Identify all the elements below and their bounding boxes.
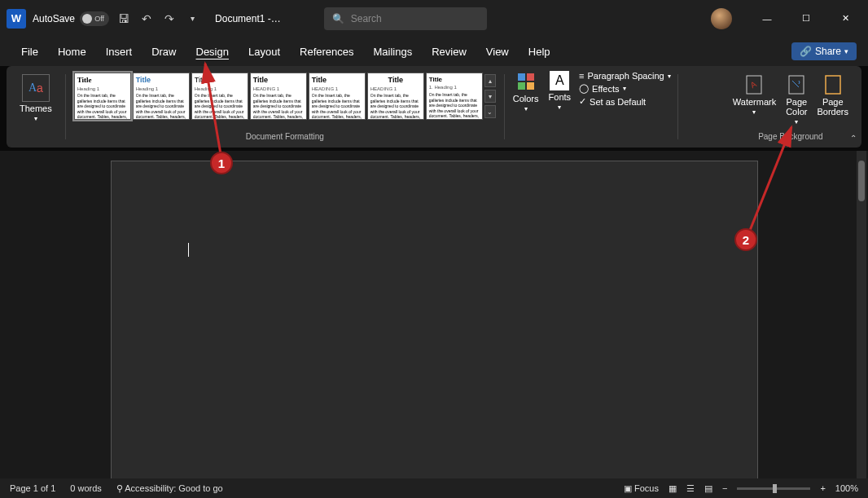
scroll-down-icon[interactable]: ▾: [484, 90, 496, 103]
themes-button[interactable]: Aa Themes ▾: [15, 73, 57, 124]
tab-references[interactable]: References: [290, 41, 363, 63]
page-color-icon: [786, 74, 807, 95]
svg-rect-0: [518, 73, 525, 81]
tab-home[interactable]: Home: [48, 41, 96, 63]
watermark-icon: A: [743, 74, 765, 95]
gallery-expand[interactable]: ▴▾⌄: [484, 73, 496, 120]
svg-rect-3: [527, 82, 534, 90]
toggle-switch[interactable]: Off: [80, 11, 109, 26]
search-input[interactable]: 🔍 Search: [324, 7, 487, 30]
zoom-slider[interactable]: [737, 487, 810, 490]
group-label: Page Background: [758, 132, 823, 141]
accessibility-icon: ⚲: [116, 483, 123, 493]
text-cursor: [188, 243, 189, 257]
tab-help[interactable]: Help: [519, 41, 560, 63]
style-thumb[interactable]: Title1. Heading 1On the Insert tab, the …: [426, 73, 483, 120]
vertical-scrollbar[interactable]: [857, 151, 866, 478]
effects-icon: ◯: [579, 83, 589, 94]
share-icon: 🔗: [800, 46, 812, 57]
focus-mode-button[interactable]: ▣ Focus: [624, 483, 659, 494]
share-button[interactable]: 🔗 Share ▾: [791, 42, 857, 60]
word-count[interactable]: 0 words: [70, 483, 102, 493]
status-bar: Page 1 of 1 0 words ⚲ Accessibility: Goo…: [0, 478, 868, 498]
page-color-button[interactable]: Page Color▾: [781, 73, 812, 127]
redo-icon[interactable]: ↷: [161, 11, 178, 27]
formatting-buttons: Colors▾ A Fonts▾ ≡Paragraph Spacing▾ ◯Ef…: [508, 69, 674, 144]
style-thumb[interactable]: TitleHEADING 1On the Insert tab, the gal…: [250, 73, 307, 120]
page-background-group: A Watermark▾ Page Color▾ Page Borders Pa…: [723, 69, 858, 144]
ribbon: Aa Themes ▾ TitleHeading 1On the Insert …: [7, 66, 861, 148]
style-thumb[interactable]: TitleHEADING 1On the Insert tab, the gal…: [309, 73, 366, 120]
divider: [677, 74, 678, 139]
view-web-icon[interactable]: ▤: [704, 483, 712, 494]
save-icon[interactable]: 🖫: [116, 11, 132, 27]
autosave-label: AutoSave: [33, 13, 75, 24]
tab-layout[interactable]: Layout: [239, 41, 290, 63]
search-placeholder: Search: [351, 13, 382, 24]
user-avatar[interactable]: [711, 8, 732, 29]
scrollbar-thumb[interactable]: [858, 161, 865, 201]
watermark-button[interactable]: A Watermark▾: [728, 73, 781, 127]
group-label: Document Formatting: [246, 132, 324, 141]
themes-group: Aa Themes ▾: [10, 69, 62, 144]
scroll-up-icon[interactable]: ▴: [484, 74, 496, 87]
style-thumb[interactable]: TitleHeading 1On the Insert tab, the gal…: [191, 73, 248, 120]
tab-file[interactable]: File: [11, 41, 48, 63]
minimize-button[interactable]: —: [751, 7, 783, 31]
paragraph-spacing-button[interactable]: ≡Paragraph Spacing▾: [579, 71, 671, 81]
set-default-button[interactable]: ✓Set as Default: [579, 96, 671, 107]
style-gallery[interactable]: TitleHeading 1On the Insert tab, the gal…: [74, 73, 483, 120]
svg-rect-7: [826, 76, 840, 94]
title-bar: W AutoSave Off 🖫 ↶ ↷ ▾ Document1 -… 🔍 Se…: [0, 0, 868, 37]
undo-icon[interactable]: ↶: [138, 11, 155, 27]
expand-icon[interactable]: ⌄: [484, 105, 496, 118]
chevron-down-icon: ▾: [844, 47, 848, 55]
effects-button[interactable]: ◯Effects▾: [579, 83, 671, 94]
divider: [65, 74, 66, 139]
page-borders-button[interactable]: Page Borders: [812, 73, 853, 127]
ribbon-tabs: File Home Insert Draw Design Layout Refe…: [0, 37, 868, 66]
tab-design[interactable]: Design: [186, 41, 239, 63]
maximize-button[interactable]: ☐: [790, 7, 822, 31]
tab-view[interactable]: View: [476, 41, 519, 63]
page-borders-icon: [822, 74, 844, 95]
close-button[interactable]: ✕: [829, 7, 861, 31]
style-thumb[interactable]: TitleHeading 1On the Insert tab, the gal…: [74, 73, 131, 120]
collapse-ribbon-icon[interactable]: ⌃: [850, 134, 857, 143]
zoom-level[interactable]: 100%: [835, 483, 858, 493]
colors-icon: [515, 71, 537, 92]
fonts-button[interactable]: A Fonts▾: [544, 69, 576, 144]
style-thumb[interactable]: TitleHeading 1On the Insert tab, the gal…: [133, 73, 190, 120]
document-formatting-group: TitleHeading 1On the Insert tab, the gal…: [69, 69, 501, 144]
zoom-out-button[interactable]: −: [722, 483, 727, 493]
svg-rect-1: [527, 73, 534, 81]
qat-chevron-icon[interactable]: ▾: [184, 11, 200, 27]
document-area: [0, 151, 868, 478]
svg-rect-2: [518, 82, 525, 90]
document-title[interactable]: Document1 -…: [215, 13, 281, 24]
view-print-icon[interactable]: ▦: [669, 483, 677, 494]
app-icon: W: [7, 9, 26, 29]
view-read-icon[interactable]: ☰: [686, 483, 695, 494]
tab-insert[interactable]: Insert: [96, 41, 142, 63]
chevron-down-icon: ▾: [34, 115, 37, 122]
tab-mailings[interactable]: Mailings: [364, 41, 423, 63]
fonts-icon: A: [550, 71, 569, 90]
callout-1: 1: [210, 152, 233, 174]
divider: [504, 74, 505, 139]
paragraph-spacing-icon: ≡: [579, 71, 584, 81]
svg-text:A: A: [749, 79, 759, 90]
zoom-in-button[interactable]: +: [820, 483, 825, 493]
autosave-toggle[interactable]: AutoSave Off: [33, 11, 109, 26]
accessibility-status[interactable]: ⚲ Accessibility: Good to go: [116, 483, 223, 494]
search-icon: 🔍: [332, 13, 344, 24]
tab-draw[interactable]: Draw: [142, 41, 186, 63]
style-thumb[interactable]: TitleHEADING 1On the Insert tab, the gal…: [367, 73, 424, 120]
callout-2: 2: [734, 228, 757, 251]
page-count[interactable]: Page 1 of 1: [10, 483, 55, 493]
tab-review[interactable]: Review: [422, 41, 476, 63]
themes-icon: Aa: [22, 74, 50, 102]
document-page[interactable]: [111, 161, 758, 478]
colors-button[interactable]: Colors▾: [508, 69, 544, 144]
checkmark-icon: ✓: [579, 96, 586, 107]
